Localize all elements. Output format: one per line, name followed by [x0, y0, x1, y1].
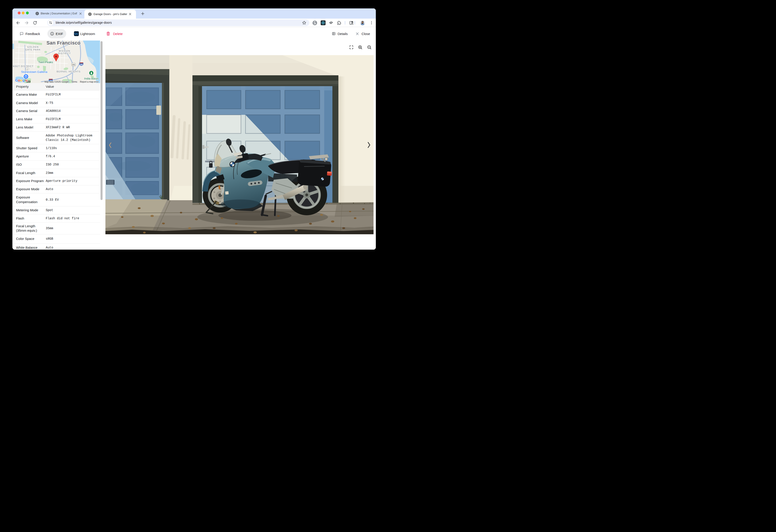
svg-text:Stonestown Galleria: Stonestown Galleria — [21, 70, 47, 73]
svg-text:MISSION: MISSION — [59, 50, 70, 52]
svg-text:Google: Google — [15, 78, 27, 82]
svg-text:DISTRICT: DISTRICT — [58, 52, 71, 55]
svg-text:Twin Peaks: Twin Peaks — [38, 60, 53, 63]
svg-text:BERNAL HEIGHTS: BERNAL HEIGHTS — [56, 70, 80, 73]
svg-text:Map data ©2025 Google: Map data ©2025 Google — [44, 80, 69, 83]
svg-text:1: 1 — [27, 68, 28, 70]
svg-text:GOLDEN: GOLDEN — [27, 46, 38, 48]
svg-text:San Francisco: San Francisco — [46, 40, 80, 46]
svg-text:Terms: Terms — [71, 80, 77, 83]
svg-text:SUNSET DISTRICT: SUNSET DISTRICT — [12, 65, 33, 67]
svg-text:101: 101 — [72, 64, 75, 66]
svg-text:GATE PARK: GATE PARK — [25, 48, 40, 51]
svg-text:280: 280 — [80, 63, 82, 65]
svg-text:India Basin: India Basin — [84, 77, 98, 80]
svg-text:Report a map error: Report a map error — [80, 80, 99, 83]
